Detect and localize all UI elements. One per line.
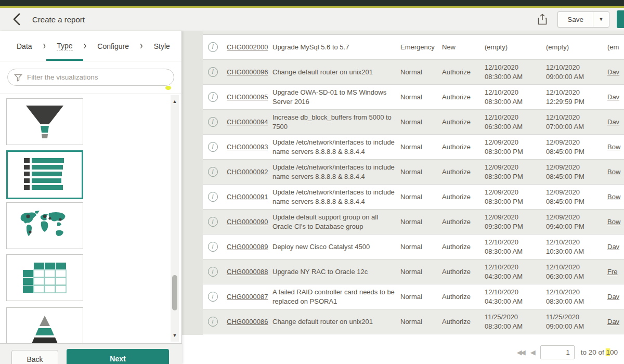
change-number-link[interactable]: CHG0000093 (227, 143, 268, 151)
info-icon[interactable]: i (208, 267, 218, 277)
change-number-link[interactable]: CHG0000091 (227, 193, 268, 201)
priority-cell: Normal (400, 167, 442, 177)
share-icon (537, 13, 548, 25)
pagination: ◀◀ ◀ to 20 of 100 (517, 344, 618, 360)
start-date-cell: 12/09/2020 08:30:00 PM (485, 163, 546, 181)
priority-cell: Normal (400, 93, 442, 102)
previous-page-icon[interactable]: ◀ (530, 348, 534, 356)
table-row: i CHG0000096 Change default router on un… (203, 60, 624, 85)
scroll-up-icon[interactable]: ▲ (171, 97, 179, 106)
state-cell: Authorize (442, 68, 485, 77)
assignee-link[interactable]: Bow (607, 142, 624, 152)
viz-thumb-world-map[interactable] (6, 202, 83, 249)
assignee-link[interactable]: Dav (607, 118, 624, 127)
assignee-link[interactable]: Bow (607, 192, 624, 202)
start-date-cell: 12/09/2020 09:30:00 PM (485, 213, 546, 231)
assignee-link: (em (607, 43, 624, 52)
priority-cell: Normal (400, 118, 442, 127)
assignee-link[interactable]: Dav (607, 68, 624, 77)
step-configure[interactable]: Configure (94, 31, 132, 61)
share-button[interactable] (535, 11, 550, 27)
viz-thumb-heatmap-table[interactable] (6, 254, 83, 301)
assignee-link[interactable]: Dav (607, 317, 624, 327)
viz-thumb-list[interactable] (6, 150, 83, 199)
info-icon[interactable]: i (208, 42, 218, 52)
assignee-link[interactable]: Bow (607, 217, 624, 227)
change-number-link[interactable]: CHG0000094 (227, 118, 268, 126)
wizard-breadcrumb: Data › Type › Configure › Style (0, 31, 181, 61)
world-map-icon (18, 209, 72, 242)
change-number-link[interactable]: CHG0000096 (227, 68, 268, 76)
info-icon[interactable]: i (208, 217, 218, 227)
scrollbar-thumb[interactable] (172, 275, 177, 310)
step-type[interactable]: Type (54, 31, 75, 61)
info-icon[interactable]: i (208, 192, 218, 202)
change-number-link[interactable]: CHG0000086 (227, 318, 268, 326)
info-icon[interactable]: i (208, 67, 218, 77)
assignee-link[interactable]: Dav (607, 242, 624, 252)
start-date-cell: 12/10/2020 06:30:00 AM (485, 113, 546, 131)
short-description-cell: Upgrade MySql 5.6 to 5.7 (272, 43, 400, 52)
table-row: i CHG0000095 Upgrade OWA-SD-01 to MS Win… (203, 85, 624, 110)
change-number-link[interactable]: CHG0000087 (227, 293, 268, 301)
pyramid-chart-icon (21, 313, 69, 343)
viz-list-scrollbar[interactable]: ▲ ▼ (171, 95, 179, 342)
assignee-link[interactable]: Bow (607, 167, 624, 177)
info-icon[interactable]: i (208, 317, 218, 327)
visualization-filter-input[interactable] (27, 73, 167, 81)
info-icon[interactable]: i (208, 167, 218, 177)
change-number-link[interactable]: CHG0000088 (227, 268, 268, 276)
wizard-footer: Back Next (0, 343, 182, 364)
primary-action-button-cut[interactable] (617, 10, 624, 28)
info-icon[interactable]: i (208, 92, 218, 102)
viz-thumb-pyramid[interactable] (6, 307, 83, 343)
scroll-down-icon[interactable]: ▼ (171, 331, 179, 340)
state-cell: Authorize (442, 192, 485, 202)
save-button[interactable]: Save (557, 11, 593, 28)
step-style[interactable]: Style (151, 31, 173, 61)
clipped-row-strip (203, 31, 624, 35)
short-description-cell: Deploy new Cisco Catalyst 4500 (272, 242, 400, 252)
change-number-link[interactable]: CHG0002000 (227, 43, 268, 51)
table-left-gutter (182, 31, 203, 335)
back-button[interactable] (9, 12, 24, 27)
page-number-input[interactable] (540, 345, 575, 359)
assignee-link[interactable]: Fre (607, 267, 624, 277)
save-dropdown-button[interactable]: ▼ (593, 11, 609, 28)
start-date-cell: 12/09/2020 08:30:00 PM (485, 188, 546, 206)
next-step-button[interactable]: Next (67, 349, 169, 364)
table-row: i CHG0000086 Change default router on un… (203, 309, 624, 334)
change-number-link[interactable]: CHG0000095 (227, 93, 268, 101)
step-data[interactable]: Data (14, 31, 35, 61)
priority-cell: Normal (400, 142, 442, 152)
table-row: i CHG0000091 Update /etc/network/interfa… (203, 185, 624, 210)
back-step-button[interactable]: Back (11, 350, 58, 364)
end-date-cell: 12/10/2020 10:30:00 AM (546, 238, 607, 256)
info-icon[interactable]: i (208, 142, 218, 152)
viz-thumb-funnel[interactable] (6, 98, 83, 145)
info-icon[interactable]: i (208, 292, 218, 302)
table-row: i CHG0000089 Deploy new Cisco Catalyst 4… (203, 235, 624, 259)
first-page-icon[interactable]: ◀◀ (517, 348, 524, 356)
highlight-artifact (165, 86, 171, 90)
short-description-cell: Upgrade OWA-SD-01 to MS Windows Server 2… (272, 88, 400, 106)
change-number-link[interactable]: CHG0000089 (227, 243, 268, 251)
table-row: i CHG0000094 Increase db_block_buffers f… (203, 110, 624, 135)
start-date-cell: 12/09/2020 08:30:00 PM (485, 138, 546, 156)
assignee-link[interactable]: Dav (607, 292, 624, 302)
state-cell: New (442, 43, 485, 52)
back-chevron-icon (12, 12, 21, 26)
short-description-cell: Update /etc/network/interfaces to includ… (272, 138, 400, 156)
table-row: i CHG0000090 Update default support grou… (203, 210, 624, 235)
visualization-filter[interactable] (7, 69, 174, 86)
state-cell: Authorize (442, 142, 485, 152)
change-number-link[interactable]: CHG0000090 (227, 218, 268, 226)
state-cell: Authorize (442, 167, 485, 177)
end-date-cell: 12/09/2020 09:40:00 PM (546, 213, 607, 231)
assignee-link[interactable]: Dav (607, 93, 624, 102)
info-icon[interactable]: i (208, 242, 218, 252)
info-icon[interactable]: i (208, 117, 218, 127)
short-description-cell: Increase db_block_buffers from 5000 to 7… (272, 113, 400, 131)
change-number-link[interactable]: CHG0000092 (227, 168, 268, 176)
funnel-chart-icon (21, 103, 69, 140)
